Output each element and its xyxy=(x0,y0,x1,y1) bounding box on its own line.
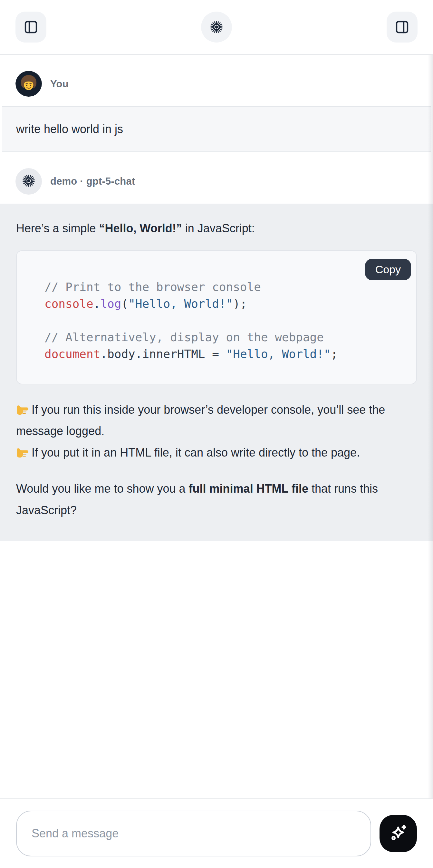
code-line: // Print to the browser console xyxy=(44,279,403,296)
chat-app: You write hello world in js xyxy=(0,0,433,868)
copy-code-button[interactable]: Copy xyxy=(365,259,411,280)
assistant-message: demo · gpt-5-chat Here’s a simple “Hello… xyxy=(0,152,433,541)
starburst-logo-icon xyxy=(209,20,224,34)
note-text: If you run this inside your browser’s de… xyxy=(16,403,385,438)
code-token: // Print to the browser console xyxy=(44,280,261,293)
sidebar-toggle-button[interactable] xyxy=(16,11,47,42)
code-line: document.body.innerHTML = "Hello, World!… xyxy=(44,346,403,363)
user-avatar xyxy=(16,71,42,97)
intro-bold: “Hello, World!” xyxy=(99,222,182,235)
pointing-right-emoji-icon xyxy=(16,403,32,416)
starburst-icon xyxy=(21,173,36,189)
code-line xyxy=(44,312,403,329)
note-line: If you put it in an HTML file, it can al… xyxy=(16,446,360,459)
assistant-notes-paragraph: If you run this inside your browser’s de… xyxy=(16,399,417,464)
code-token: log xyxy=(100,297,121,310)
assistant-author-label: demo · gpt-5-chat xyxy=(50,176,135,187)
code-token: console xyxy=(44,297,93,310)
note-text: If you put it in an HTML file, it can al… xyxy=(32,446,360,459)
code-token: ; xyxy=(331,347,338,361)
person-emoji-icon xyxy=(16,71,42,97)
assistant-message-header: demo · gpt-5-chat xyxy=(0,152,433,204)
question-prefix: Would you like me to show you a xyxy=(16,482,189,495)
intro-prefix: Here’s a simple xyxy=(16,222,99,235)
right-panel-toggle-button[interactable] xyxy=(386,11,417,42)
panel-right-icon xyxy=(394,19,410,35)
sparkles-icon xyxy=(388,823,408,844)
user-message-body: write hello world in js xyxy=(2,106,431,152)
code-token: document xyxy=(44,347,100,361)
user-author-label: You xyxy=(50,78,69,90)
code-token: . xyxy=(93,297,100,310)
user-message-text: write hello world in js xyxy=(16,122,123,136)
user-message-header: You xyxy=(0,55,433,106)
code-token: ); xyxy=(233,297,247,310)
note-line: If you run this inside your browser’s de… xyxy=(16,403,385,438)
pointing-right-emoji-icon xyxy=(16,446,32,459)
intro-suffix: in JavaScript: xyxy=(182,222,255,235)
assistant-question-paragraph: Would you like me to show you a full min… xyxy=(16,478,417,521)
panel-left-icon xyxy=(23,19,39,35)
code-line: // Alternatively, display on the webpage xyxy=(44,329,403,346)
assistant-avatar xyxy=(16,168,42,195)
app-logo-button[interactable] xyxy=(201,11,232,42)
send-button[interactable] xyxy=(379,815,417,852)
assistant-message-body: Here’s a simple “Hello, World!” in JavaS… xyxy=(0,204,433,541)
code-token: "Hello, World!" xyxy=(226,347,331,361)
assistant-intro-paragraph: Here’s a simple “Hello, World!” in JavaS… xyxy=(16,218,417,239)
code-token: ( xyxy=(121,297,128,310)
user-message: You write hello world in js xyxy=(0,55,433,152)
code-block: Copy // Print to the browser consolecons… xyxy=(16,250,417,384)
question-bold: full minimal HTML file xyxy=(189,482,308,495)
code-line: console.log("Hello, World!"); xyxy=(44,296,403,312)
code-token: .body.innerHTML = xyxy=(100,347,226,361)
code-content: // Print to the browser consoleconsole.l… xyxy=(44,279,403,363)
top-bar xyxy=(0,0,433,55)
code-token: "Hello, World!" xyxy=(128,297,233,310)
composer-bar xyxy=(0,798,433,868)
chat-scroll-area[interactable]: You write hello world in js xyxy=(0,55,433,798)
code-token: // Alternatively, display on the webpage xyxy=(44,331,324,344)
message-input[interactable] xyxy=(16,811,371,857)
